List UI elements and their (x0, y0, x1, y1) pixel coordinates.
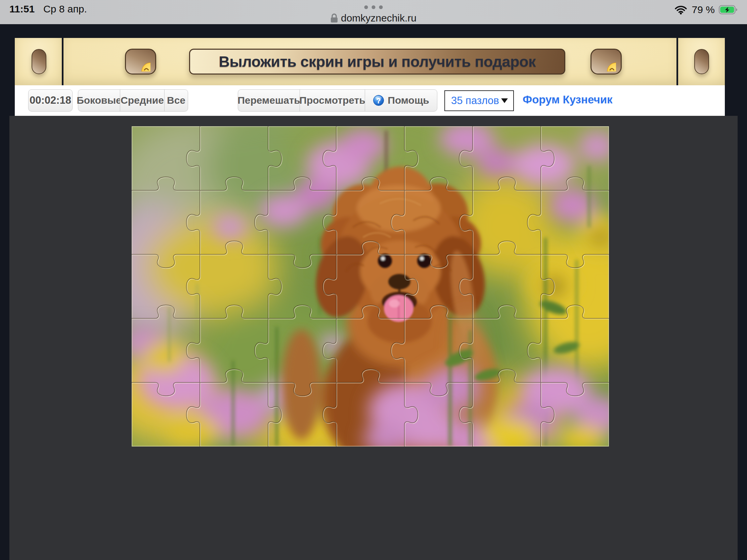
help-button[interactable]: ? Помощь (365, 89, 437, 111)
hug-emoji-icon (596, 52, 616, 72)
game-area (9, 116, 738, 560)
help-button-label: Помощь (388, 95, 429, 106)
lock-icon (331, 13, 338, 23)
banner-left-cell (15, 38, 62, 85)
banner-title-button[interactable]: Выложить скрин игры и получить подарок (189, 49, 565, 75)
game-toolbar: 00:02:18 Боковые Средние Все Перемешать … (15, 85, 725, 116)
preview-button[interactable]: Просмотреть (300, 89, 365, 111)
puzzle-image[interactable] (132, 126, 609, 447)
banner-pill-left (31, 49, 46, 74)
banner-main-cell: Выложить скрин игры и получить подарок (63, 38, 676, 85)
battery-icon (719, 5, 738, 15)
forum-link[interactable]: Форум Кузнечик (523, 93, 612, 106)
help-icon: ? (373, 95, 384, 106)
banner-right-cell (678, 38, 725, 85)
battery-percent: 79 % (692, 4, 715, 16)
banner-pill-right (694, 49, 709, 74)
banner-title-text: Выложить скрин игры и получить подарок (218, 53, 536, 71)
select-arrow-icon (501, 98, 508, 103)
wifi-icon (674, 4, 688, 15)
shuffle-button[interactable]: Перемешать (238, 89, 300, 111)
filter-side-pieces-button[interactable]: Боковые (78, 89, 120, 111)
status-right: 79 % (674, 4, 738, 16)
hug-emoji-button-left[interactable] (125, 49, 156, 75)
filter-middle-pieces-button[interactable]: Средние (120, 89, 164, 111)
svg-text:?: ? (377, 96, 381, 105)
pieces-count-select[interactable]: 35 пазлов (444, 90, 514, 111)
page-menu-icon[interactable] (364, 5, 383, 9)
timer-display[interactable]: 00:02:18 (28, 89, 73, 111)
status-date: Ср 8 апр. (43, 3, 87, 15)
status-left: 11:51 Ср 8 апр. (9, 3, 87, 15)
hug-emoji-button-right[interactable] (591, 49, 622, 75)
address-bar[interactable]: domkyznechik.ru (331, 12, 416, 24)
hug-emoji-icon (131, 52, 151, 72)
status-time: 11:51 (9, 3, 34, 15)
filter-all-pieces-button[interactable]: Все (164, 89, 188, 111)
url-text: domkyznechik.ru (341, 12, 416, 24)
pieces-count-value: 35 пазлов (451, 95, 501, 107)
screen: 11:51 Ср 8 апр. domkyznechik.ru 79 % (0, 0, 747, 560)
status-bar: 11:51 Ср 8 апр. domkyznechik.ru 79 % (0, 0, 747, 24)
